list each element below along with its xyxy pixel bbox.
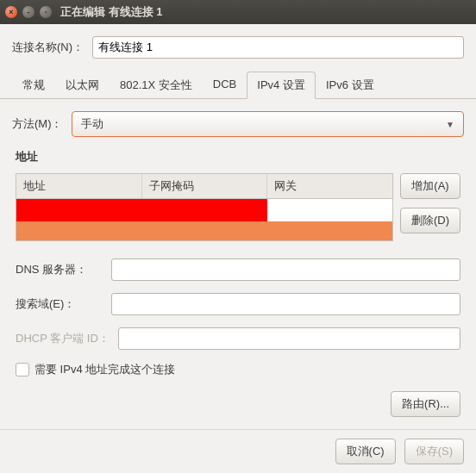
cell-address-invalid[interactable]	[16, 199, 267, 221]
save-button: 保存(S)	[404, 439, 464, 464]
table-row[interactable]	[16, 199, 392, 221]
table-header: 地址 子网掩码 网关	[16, 174, 392, 199]
chevron-down-icon: ▼	[446, 120, 454, 129]
address-table[interactable]: 地址 子网掩码 网关	[16, 173, 393, 241]
conn-name-label: 连接名称(N)：	[12, 40, 84, 55]
table-row-selected[interactable]	[16, 221, 392, 240]
close-icon[interactable]: ×	[5, 6, 17, 18]
title-bar: × ‐ ▫ 正在编辑 有线连接 1	[0, 0, 476, 24]
minimize-icon[interactable]: ‐	[22, 6, 34, 18]
tab-ethernet[interactable]: 以太网	[55, 72, 110, 99]
window-buttons: × ‐ ▫	[5, 6, 52, 18]
th-netmask: 子网掩码	[142, 174, 268, 198]
require-ipv4-label: 需要 IPv4 地址完成这个连接	[34, 362, 175, 377]
address-title: 地址	[16, 149, 464, 165]
add-button[interactable]: 增加(A)	[400, 173, 460, 199]
tab-8021x[interactable]: 802.1X 安全性	[110, 72, 203, 99]
tab-ipv6[interactable]: IPv6 设置	[316, 72, 385, 99]
dns-label: DNS 服务器：	[16, 262, 103, 277]
conn-name-input[interactable]	[92, 36, 464, 59]
method-value: 手动	[81, 116, 103, 132]
cell-gateway[interactable]	[267, 199, 392, 221]
require-ipv4-checkbox[interactable]	[16, 363, 29, 377]
method-select[interactable]: 手动 ▼	[72, 111, 465, 137]
routes-button[interactable]: 路由(R)...	[391, 391, 460, 417]
dns-input[interactable]	[111, 258, 460, 281]
delete-button[interactable]: 删除(D)	[400, 208, 460, 233]
method-label: 方法(M)：	[12, 116, 63, 132]
dhcp-input	[118, 327, 460, 350]
tab-general[interactable]: 常规	[12, 72, 55, 99]
th-address: 地址	[16, 174, 142, 198]
maximize-icon[interactable]: ▫	[40, 6, 52, 18]
dhcp-label: DHCP 客户端 ID：	[16, 331, 110, 346]
tab-bar: 常规 以太网 802.1X 安全性 DCB IPv4 设置 IPv6 设置	[0, 71, 476, 99]
cancel-button[interactable]: 取消(C)	[335, 439, 396, 464]
window-title: 正在编辑 有线连接 1	[60, 4, 162, 20]
th-gateway: 网关	[267, 174, 392, 198]
dialog-footer: 取消(C) 保存(S)	[0, 429, 476, 473]
tab-dcb[interactable]: DCB	[203, 72, 247, 99]
search-label: 搜索域(E)：	[16, 296, 103, 312]
tab-ipv4[interactable]: IPv4 设置	[247, 72, 316, 99]
search-input[interactable]	[111, 293, 460, 315]
